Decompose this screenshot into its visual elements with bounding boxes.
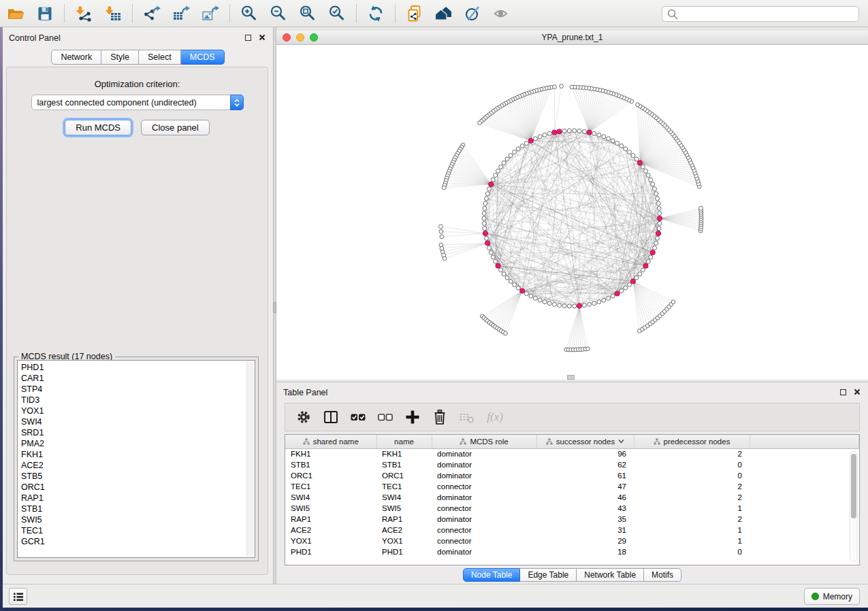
graph-node[interactable] [607,296,611,300]
graph-node[interactable] [649,178,653,182]
table-cell[interactable]: ACE2 [376,525,432,535]
graph-node-dominator[interactable] [615,291,620,296]
graph-node[interactable] [582,129,586,133]
graph-node[interactable] [597,300,601,304]
table-cell[interactable] [750,525,859,535]
export-table-button[interactable] [171,3,191,24]
graph-node[interactable] [615,142,620,146]
graph-node[interactable] [620,144,624,148]
table-row[interactable]: ACE2ACE2connector311 [285,525,859,535]
graph-node[interactable] [657,227,661,231]
graph-node-dominator[interactable] [630,279,635,284]
minimize-window-button[interactable] [296,33,304,42]
table-cell[interactable]: connector [432,525,536,535]
add-column-button[interactable] [402,407,423,427]
tab-node-table[interactable]: Node Table [463,568,521,582]
mcds-result-item[interactable]: STB1 [18,503,255,514]
mcds-result-item[interactable]: GCR1 [18,536,255,547]
column-header-successor-nodes[interactable]: successor nodes [536,435,634,448]
table-cell[interactable]: TEC1 [376,481,432,492]
graph-node[interactable] [636,103,640,107]
graph-node[interactable] [502,161,506,165]
graph-node[interactable] [482,216,486,220]
close-panel-button[interactable]: Close panel [141,120,210,135]
graph-node[interactable] [646,174,650,178]
graph-node[interactable] [484,236,488,240]
column-header-mcds-role[interactable]: MCDS role [432,435,536,448]
graph-node[interactable] [656,236,660,240]
zoom-out-button[interactable] [268,3,289,24]
graph-node[interactable] [624,147,628,151]
table-cell[interactable]: 2 [634,448,750,459]
table-cell[interactable]: 18 [536,546,634,557]
tab-motifs[interactable]: Motifs [644,568,681,582]
graph-node-dominator[interactable] [528,138,533,143]
save-button[interactable] [35,3,55,24]
search-box[interactable] [662,6,859,22]
graph-node-dominator[interactable] [587,130,592,135]
table-cell[interactable]: dominator [432,470,536,481]
tab-select[interactable]: Select [139,50,181,65]
table-cell[interactable] [750,481,859,492]
graph-node[interactable] [646,259,650,263]
close-panel-icon[interactable] [854,389,861,395]
graph-node[interactable] [524,292,528,296]
table-cell[interactable]: 96 [536,448,634,459]
graph-node[interactable] [597,133,601,137]
table-cell[interactable]: YOX1 [376,535,432,546]
graph-node-dominator[interactable] [557,129,562,134]
graph-node-dominator[interactable] [657,216,662,220]
table-cell[interactable] [750,492,859,503]
first-neighbors-button[interactable] [434,3,454,24]
graph-node[interactable] [634,157,639,161]
table-cell[interactable]: 35 [536,514,634,525]
graph-node[interactable] [439,229,443,233]
graph-node[interactable] [586,347,590,351]
table-cell[interactable]: ORC1 [376,470,432,481]
table-cell[interactable]: FKH1 [285,448,376,459]
graph-node[interactable] [443,257,447,261]
graph-node[interactable] [482,221,486,225]
table-cell[interactable]: SWI4 [376,492,432,503]
table-cell[interactable]: YOX1 [285,535,376,546]
zoom-selected-button[interactable] [327,3,347,24]
table-cell[interactable]: 2 [634,481,750,492]
column-header-shared-name[interactable]: shared name [285,435,376,448]
zoom-in-button[interactable] [239,3,259,24]
mcds-result-item[interactable]: RAP1 [18,493,255,503]
maximize-window-button[interactable] [310,33,318,42]
tab-network-table[interactable]: Network Table [577,568,644,582]
table-cell[interactable]: 0 [634,470,750,481]
graph-node-dominator[interactable] [577,303,581,308]
graph-node[interactable] [499,165,503,169]
graph-node[interactable] [649,255,653,259]
graph-node-dominator[interactable] [656,231,661,235]
table-cell[interactable]: SWI5 [376,503,432,514]
graph-node[interactable] [513,283,517,287]
mcds-list-scrollbar[interactable] [246,361,254,557]
graph-node[interactable] [641,268,645,272]
table-cell[interactable]: 31 [536,525,634,535]
graph-node[interactable] [592,131,596,135]
graph-node-dominator[interactable] [650,250,655,255]
graph-node[interactable] [529,294,533,298]
table-cell[interactable]: FKH1 [376,448,432,459]
graph-node[interactable] [491,178,495,182]
table-cell[interactable] [750,448,859,459]
mcds-result-item[interactable]: TEC1 [18,525,255,536]
graph-node[interactable] [483,206,487,210]
graph-node[interactable] [547,131,551,135]
table-cell[interactable]: STB1 [285,459,376,470]
graph-node[interactable] [573,304,577,308]
network-canvas[interactable] [276,45,868,380]
table-cell[interactable]: dominator [432,459,536,470]
graph-node[interactable] [439,225,443,229]
graph-node[interactable] [592,301,596,306]
table-cell[interactable]: connector [432,503,536,514]
mcds-result-item[interactable]: PHD1 [18,362,255,373]
graph-node-dominator[interactable] [489,182,494,186]
graph-node[interactable] [502,272,506,276]
export-network-button[interactable] [142,3,162,24]
graph-node[interactable] [560,84,564,88]
table-cell[interactable]: ORC1 [285,470,376,481]
